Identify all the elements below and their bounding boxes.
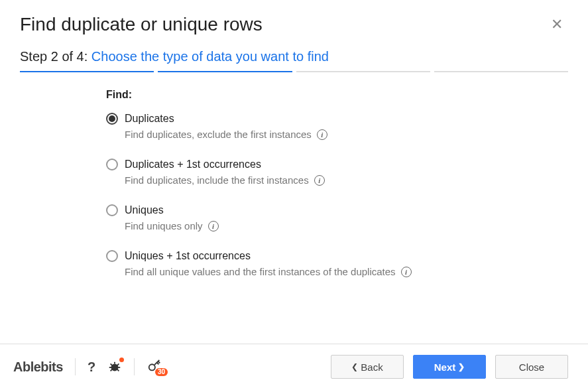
- footer-separator: [134, 358, 135, 375]
- next-button[interactable]: Next ❯: [413, 355, 486, 379]
- option-row-uniques-1st[interactable]: Uniques + 1st occurrences: [106, 250, 568, 262]
- option-row-uniques[interactable]: Uniques: [106, 204, 568, 216]
- license-key-icon[interactable]: 30: [147, 359, 165, 375]
- next-button-label: Next: [434, 361, 456, 373]
- content-area: Find: Duplicates Find duplicates, exclud…: [20, 89, 568, 344]
- progress-seg-1: [20, 71, 154, 72]
- chevron-left-icon: ❮: [351, 362, 358, 371]
- option-desc-uniques: Find uniques only i: [125, 220, 568, 231]
- svg-line-5: [117, 363, 119, 365]
- progress-bar: [20, 71, 568, 72]
- step-suffix: Choose the type of data you want to find: [91, 49, 329, 64]
- option-desc-text-uniques: Find uniques only: [125, 220, 203, 231]
- progress-seg-3: [296, 71, 430, 72]
- bug-report-icon[interactable]: [107, 359, 122, 374]
- progress-seg-2: [158, 71, 292, 72]
- back-button-label: Back: [361, 361, 382, 373]
- bug-notification-dot: [119, 358, 124, 362]
- option-row-duplicates-1st[interactable]: Duplicates + 1st occurrences: [106, 159, 568, 170]
- step-subheader: Step 2 of 4: Choose the type of data you…: [20, 49, 568, 64]
- svg-point-8: [149, 364, 155, 370]
- dialog-footer: Ablebits ?: [0, 344, 588, 392]
- radio-duplicates-1st[interactable]: [106, 159, 118, 170]
- option-label-uniques-1st: Uniques + 1st occurrences: [125, 250, 251, 262]
- option-label-uniques: Uniques: [125, 204, 164, 216]
- svg-line-6: [111, 369, 113, 371]
- option-uniques: Uniques Find uniques only i: [106, 204, 568, 231]
- svg-line-7: [117, 369, 119, 371]
- option-desc-text-duplicates: Find duplicates, exclude the first insta…: [125, 129, 312, 140]
- option-uniques-1st: Uniques + 1st occurrences Find all uniqu…: [106, 250, 568, 277]
- footer-left: Ablebits ?: [13, 358, 165, 375]
- close-icon[interactable]: ✕: [546, 13, 568, 36]
- radio-duplicates[interactable]: [106, 113, 118, 125]
- info-icon[interactable]: i: [317, 129, 327, 140]
- option-label-duplicates-1st: Duplicates + 1st occurrences: [125, 159, 261, 170]
- svg-line-4: [111, 363, 113, 365]
- option-desc-uniques-1st: Find all unique values and the first ins…: [125, 266, 568, 277]
- option-desc-text-duplicates-1st: Find duplicates, include the first insta…: [125, 174, 309, 186]
- dialog-title: Find duplicate or unique rows: [20, 14, 263, 35]
- help-icon[interactable]: ?: [88, 359, 95, 375]
- info-icon[interactable]: i: [208, 221, 219, 231]
- info-icon[interactable]: i: [314, 175, 325, 186]
- close-button[interactable]: Close: [495, 355, 568, 379]
- brand-logo: Ablebits: [13, 359, 63, 375]
- footer-separator: [75, 358, 76, 375]
- license-days-badge: 30: [155, 368, 168, 376]
- option-duplicates-1st: Duplicates + 1st occurrences Find duplic…: [106, 159, 568, 186]
- info-icon[interactable]: i: [401, 267, 412, 277]
- option-duplicates: Duplicates Find duplicates, exclude the …: [106, 113, 568, 140]
- find-label: Find:: [106, 89, 568, 101]
- option-label-duplicates: Duplicates: [125, 113, 174, 125]
- footer-right: ❮ Back Next ❯ Close: [331, 355, 568, 379]
- close-button-label: Close: [519, 361, 544, 373]
- progress-seg-4: [434, 71, 568, 72]
- option-desc-duplicates: Find duplicates, exclude the first insta…: [125, 129, 568, 140]
- chevron-right-icon: ❯: [458, 362, 465, 371]
- option-row-duplicates[interactable]: Duplicates: [106, 113, 568, 125]
- dialog-header: Find duplicate or unique rows ✕: [20, 13, 568, 36]
- option-desc-duplicates-1st: Find duplicates, include the first insta…: [125, 174, 568, 186]
- radio-uniques-1st[interactable]: [106, 250, 118, 262]
- back-button[interactable]: ❮ Back: [331, 355, 404, 379]
- radio-uniques[interactable]: [106, 204, 118, 216]
- step-prefix: Step 2 of 4:: [20, 49, 88, 64]
- dialog-container: Find duplicate or unique rows ✕ Step 2 o…: [0, 0, 588, 392]
- option-desc-text-uniques-1st: Find all unique values and the first ins…: [125, 266, 396, 277]
